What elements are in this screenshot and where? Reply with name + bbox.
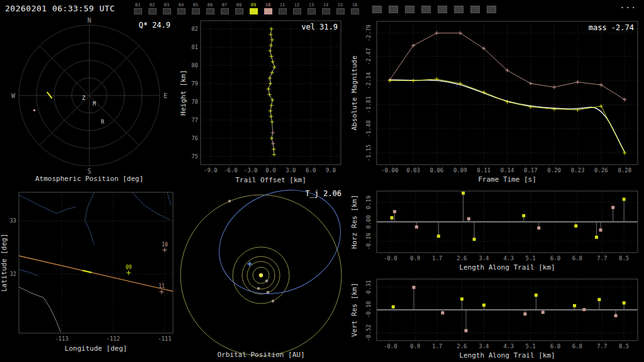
svg-text:-2.79: -2.79: [365, 25, 372, 41]
svg-text:Absolute Magnitude: Absolute Magnitude: [350, 55, 358, 130]
frame-indicator-09[interactable]: 09: [250, 3, 257, 14]
frame-number: 02: [150, 3, 155, 8]
svg-text:Height [km]: Height [km]: [179, 70, 187, 116]
frame-box[interactable]: [163, 8, 171, 14]
svg-text:Longitude [deg]: Longitude [deg]: [65, 344, 127, 353]
frame-indicator-16[interactable]: 16: [351, 3, 358, 14]
aux-slot[interactable]: [438, 6, 447, 13]
svg-text:10: 10: [162, 242, 168, 248]
svg-text:N: N: [87, 18, 91, 24]
svg-text:0.09: 0.09: [453, 167, 467, 173]
svg-text:-0.0: -0.0: [384, 343, 397, 349]
frame-number: 01: [135, 3, 140, 8]
frame-box[interactable]: [206, 8, 214, 14]
svg-text:4.3: 4.3: [504, 255, 514, 261]
frame-indicator-08[interactable]: 08: [235, 3, 243, 14]
svg-text:32: 32: [9, 271, 16, 277]
aux-slot[interactable]: [405, 6, 414, 13]
svg-text:R: R: [101, 119, 104, 125]
svg-text:0.06: 0.06: [430, 167, 444, 173]
frame-number: 11: [280, 3, 285, 8]
aux-slot[interactable]: [454, 6, 464, 13]
svg-text:7.7: 7.7: [597, 255, 607, 261]
svg-text:5.1: 5.1: [525, 343, 535, 349]
svg-text:81: 81: [191, 44, 198, 50]
svg-text:-0.52: -0.52: [365, 324, 372, 341]
svg-text:2.6: 2.6: [457, 343, 467, 349]
svg-text:7.7: 7.7: [597, 343, 607, 349]
svg-text:-113: -113: [55, 336, 69, 342]
frame-indicator-13[interactable]: 13: [308, 3, 315, 14]
svg-text:4.3: 4.3: [504, 343, 514, 349]
svg-text:E: E: [164, 92, 167, 99]
frame-box[interactable]: [221, 8, 229, 14]
svg-text:0.0: 0.0: [265, 167, 275, 173]
atmospheric-position-plot: NSWEZMRQ* 24.9Atmospheric Position [deg]: [0, 18, 179, 186]
svg-text:8.5: 8.5: [619, 343, 629, 349]
camera-status-row: [372, 3, 496, 13]
frame-indicator-15[interactable]: 15: [336, 3, 344, 14]
svg-text:0.23: 0.23: [571, 167, 585, 173]
svg-text:3.0: 3.0: [286, 167, 296, 173]
frame-indicator-04[interactable]: 04: [177, 3, 185, 14]
frame-number: 15: [338, 3, 343, 8]
svg-text:M: M: [92, 101, 96, 107]
frame-indicator-12[interactable]: 12: [293, 3, 301, 14]
svg-text:-112: -112: [106, 336, 120, 342]
svg-text:6.8: 6.8: [572, 343, 582, 349]
svg-text:3.4: 3.4: [479, 343, 489, 349]
svg-text:8.5: 8.5: [619, 255, 629, 261]
frame-number: 10: [265, 3, 270, 8]
svg-text:11: 11: [158, 283, 165, 289]
frame-box[interactable]: [322, 8, 330, 14]
frame-indicator-07[interactable]: 07: [221, 3, 228, 14]
frame-box[interactable]: [264, 8, 272, 14]
frame-indicator-05[interactable]: 05: [192, 3, 199, 14]
frame-box[interactable]: [279, 8, 287, 14]
frame-box[interactable]: [134, 8, 142, 14]
svg-text:0.19: 0.19: [365, 195, 372, 209]
svg-text:76: 76: [191, 135, 198, 141]
svg-text:Z: Z: [82, 95, 86, 101]
aux-slot[interactable]: [487, 6, 496, 13]
frame-indicator-01[interactable]: 01: [134, 3, 142, 14]
svg-text:77: 77: [191, 117, 198, 123]
frame-box[interactable]: [148, 8, 157, 14]
aux-slot[interactable]: [421, 6, 431, 13]
frame-indicator-06[interactable]: 06: [206, 3, 214, 14]
frame-box[interactable]: [177, 8, 186, 14]
frame-indicator-14[interactable]: 14: [322, 3, 330, 14]
orbital-position-plot: T_j 2.06Orbital Position [AU]: [179, 186, 349, 362]
svg-text:0.14: 0.14: [501, 167, 514, 173]
frame-number: 05: [193, 3, 198, 8]
frame-indicator-03[interactable]: 03: [163, 3, 170, 14]
frame-box[interactable]: [235, 8, 243, 14]
frame-number: 14: [323, 3, 328, 8]
svg-text:0.26: 0.26: [594, 167, 608, 173]
svg-text:0.20: 0.20: [547, 167, 561, 173]
svg-text:Atmospheric Position [deg]: Atmospheric Position [deg]: [35, 175, 143, 183]
svg-text:-0.19: -0.19: [365, 233, 372, 250]
aux-slot[interactable]: [470, 6, 480, 13]
aux-slot[interactable]: [389, 6, 398, 13]
frame-box[interactable]: [351, 8, 359, 14]
frame-box[interactable]: [192, 8, 200, 14]
svg-text:-6.0: -6.0: [224, 167, 238, 173]
svg-text:0.17: 0.17: [524, 167, 538, 173]
vertical-residuals-plot: -0.00.91.72.63.44.35.16.06.87.78.50.31-0…: [349, 274, 644, 362]
frame-indicator-10[interactable]: 10: [264, 3, 272, 14]
frame-box[interactable]: [250, 8, 258, 14]
svg-text:Orbital Position [AU]: Orbital Position [AU]: [217, 351, 304, 359]
frame-indicator-11[interactable]: 11: [279, 3, 286, 14]
frame-box[interactable]: [308, 8, 316, 14]
svg-text:Length Along Trail [km]: Length Along Trail [km]: [459, 263, 555, 272]
frame-box[interactable]: [336, 8, 345, 14]
frame-indicator-02[interactable]: 02: [148, 3, 156, 14]
svg-text:0.00: 0.00: [365, 215, 372, 229]
overflow-menu[interactable]: ...: [620, 3, 636, 9]
frame-box[interactable]: [293, 8, 301, 14]
aux-slot[interactable]: [372, 6, 382, 13]
svg-text:Latitude [deg]: Latitude [deg]: [0, 234, 8, 292]
svg-text:0.11: 0.11: [477, 167, 491, 173]
fireball-dashboard: 20260201 06:33:59 UTC 010203040506070809…: [0, 0, 644, 362]
